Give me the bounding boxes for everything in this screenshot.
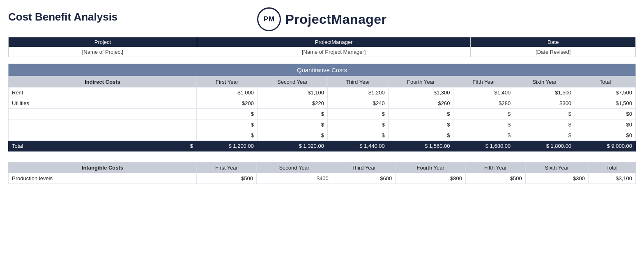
indirect-row-value: $0 — [575, 109, 636, 119]
page-title: Cost Benefit Analysis — [8, 11, 117, 23]
indirect-row-value: $ — [514, 109, 575, 119]
col-third-year: Third Year — [327, 77, 388, 87]
intangible-costs-header-row: Intangible Costs First Year Second Year … — [9, 163, 636, 173]
logo-area: PM ProjectManager — [257, 7, 386, 31]
indirect-costs-header-row: Indirect Costs First Year Second Year Th… — [9, 77, 636, 87]
intangible-row-value: $3,100 — [588, 173, 635, 184]
indirect-row-value: $1,500 — [575, 98, 636, 109]
indirect-row-value: $ — [453, 119, 514, 130]
info-value-row: [Name of Project] [Name of Project Manag… — [9, 47, 636, 57]
indirect-row-value: $1,200 — [327, 87, 388, 98]
indirect-row-value: $ — [257, 109, 327, 119]
indirect-row-value: $0 — [575, 119, 636, 130]
intangible-col-second-year: Second Year — [256, 163, 332, 173]
indirect-row-label: Utilities — [9, 98, 197, 109]
intangible-row-value: $600 — [332, 173, 396, 184]
total-row-value: $ 1,560.00 — [388, 141, 453, 151]
indirect-row-value: $ — [514, 130, 575, 141]
indirect-row-value: $ — [327, 130, 388, 141]
quantitative-costs-section: Quantitative Costs Indirect Costs First … — [8, 64, 636, 151]
intangible-col-sixth-year: Sixth Year — [525, 163, 588, 173]
intangible-col-fourth-year: Fourth Year — [396, 163, 466, 173]
col-total: Total — [575, 77, 636, 87]
total-row-value: $ 1,200.00 — [197, 141, 258, 151]
logo-circle: PM — [257, 7, 281, 31]
indirect-costs-label-header: Indirect Costs — [9, 77, 197, 87]
indirect-row-value: $240 — [327, 98, 388, 109]
intangible-col-third-year: Third Year — [332, 163, 396, 173]
total-row-value: $ 9,000.00 — [575, 141, 636, 151]
indirect-row-label: Rent — [9, 87, 197, 98]
info-header-project: Project — [9, 37, 197, 47]
info-value-pm: [Name of Project Manager] — [197, 47, 470, 57]
info-header-pm: ProjectManager — [197, 37, 470, 47]
indirect-row-value: $260 — [388, 98, 453, 109]
info-header-row: Project ProjectManager Date — [9, 37, 636, 47]
indirect-row-value: $0 — [575, 130, 636, 141]
intangible-row-label: Production levels — [9, 173, 197, 184]
total-row-value: $ 1,440.00 — [327, 141, 388, 151]
indirect-row-value: $ — [388, 109, 453, 119]
col-first-year: First Year — [197, 77, 258, 87]
indirect-row-value: $ — [197, 119, 258, 130]
section-header-quantitative: Quantitative Costs — [8, 64, 636, 76]
logo-name: ProjectManager — [285, 12, 386, 27]
indirect-row-value: $ — [453, 109, 514, 119]
col-second-year: Second Year — [257, 77, 327, 87]
indirect-row-value: $1,400 — [453, 87, 514, 98]
page: Cost Benefit Analysis PM ProjectManager … — [0, 0, 644, 257]
indirect-row-value: $ — [197, 130, 258, 141]
intangible-col-total: Total — [588, 163, 635, 173]
intangible-col-first-year: First Year — [197, 163, 257, 173]
info-value-project: [Name of Project] — [9, 47, 197, 57]
indirect-row-label — [9, 109, 197, 119]
intangible-row-value: $300 — [525, 173, 588, 184]
intangible-row-value: $500 — [197, 173, 257, 184]
indirect-row-value: $ — [257, 130, 327, 141]
total-row-value: $ 1,320.00 — [257, 141, 327, 151]
info-value-date: [Date Revised] — [471, 47, 636, 57]
indirect-row-value: $1,000 — [197, 87, 258, 98]
indirect-row-value: $220 — [257, 98, 327, 109]
indirect-row-value: $ — [514, 119, 575, 130]
info-header-date: Date — [471, 37, 636, 47]
indirect-row-value: $280 — [453, 98, 514, 109]
indirect-cost-row: Rent$1,000$1,100$1,200$1,300$1,400$1,500… — [9, 87, 636, 98]
indirect-row-value: $ — [197, 109, 258, 119]
info-table: Project ProjectManager Date [Name of Pro… — [8, 37, 636, 57]
indirect-row-value: $1,100 — [257, 87, 327, 98]
indirect-row-label — [9, 130, 197, 141]
indirect-cost-row: Utilities$200$220$240$260$280$300$1,500 — [9, 98, 636, 109]
indirect-row-value: $ — [388, 119, 453, 130]
intangible-costs-label-header: Intangible Costs — [9, 163, 197, 173]
indirect-row-value: $ — [388, 130, 453, 141]
col-fifth-year: Fifth Year — [453, 77, 514, 87]
col-sixth-year: Sixth Year — [514, 77, 575, 87]
total-row-value: $ 1,800.00 — [514, 141, 575, 151]
indirect-row-value: $ — [257, 119, 327, 130]
indirect-cost-row: $$$$$$$0 — [9, 119, 636, 130]
intangible-col-fifth-year: Fifth Year — [466, 163, 526, 173]
intangible-row-value: $400 — [256, 173, 332, 184]
indirect-cost-row: $$$$$$$0 — [9, 109, 636, 119]
indirect-costs-table: Indirect Costs First Year Second Year Th… — [8, 76, 636, 151]
intangible-costs-section: Intangible Costs First Year Second Year … — [8, 162, 636, 184]
indirect-row-value: $ — [327, 119, 388, 130]
indirect-total-row: Total$$ 1,200.00$ 1,320.00$ 1,440.00$ 1,… — [9, 141, 636, 151]
indirect-row-value: $200 — [197, 98, 258, 109]
indirect-cost-row: $$$$$$$0 — [9, 130, 636, 141]
indirect-costs-body: Rent$1,000$1,100$1,200$1,300$1,400$1,500… — [9, 87, 636, 151]
indirect-row-value: $7,500 — [575, 87, 636, 98]
indirect-row-value: $1,300 — [388, 87, 453, 98]
intangible-costs-table: Intangible Costs First Year Second Year … — [8, 162, 636, 184]
intangible-row-value: $500 — [466, 173, 526, 184]
intangible-row-value: $800 — [396, 173, 466, 184]
indirect-row-value: $ — [327, 109, 388, 119]
indirect-row-value: $1,500 — [514, 87, 575, 98]
header: Cost Benefit Analysis PM ProjectManager — [8, 4, 636, 34]
total-row-value: $ 1,680.00 — [453, 141, 514, 151]
indirect-row-value: $ — [453, 130, 514, 141]
intangible-costs-body: Production levels$500$400$600$800$500$30… — [9, 173, 636, 184]
indirect-row-value: $300 — [514, 98, 575, 109]
intangible-cost-row: Production levels$500$400$600$800$500$30… — [9, 173, 636, 184]
